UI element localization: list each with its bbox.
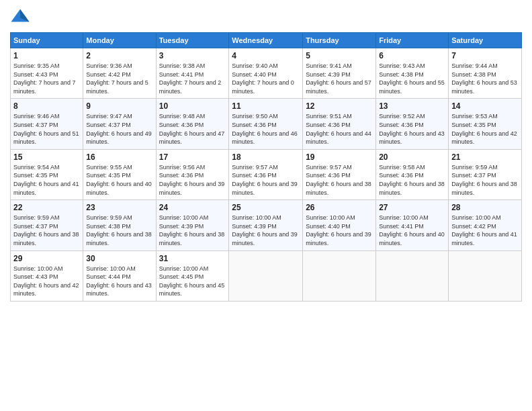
day-number: 24 xyxy=(159,203,226,212)
daylight-label: Daylight: 6 hours and 40 minutes. xyxy=(379,231,445,246)
week-row-2: 8 Sunrise: 9:46 AM Sunset: 4:37 PM Dayli… xyxy=(11,99,522,149)
day-info: Sunrise: 9:35 AM Sunset: 4:43 PM Dayligh… xyxy=(13,62,80,95)
day-number: 27 xyxy=(379,203,445,212)
daylight-label: Daylight: 6 hours and 43 minutes. xyxy=(86,282,152,298)
sunrise-label: Sunrise: 10:00 AM xyxy=(13,265,63,272)
calendar-cell: 6 Sunrise: 9:43 AM Sunset: 4:38 PM Dayli… xyxy=(376,48,449,99)
col-header-friday: Friday xyxy=(376,33,449,48)
calendar-cell xyxy=(376,250,449,301)
day-number: 8 xyxy=(13,101,80,111)
day-number: 2 xyxy=(86,51,152,60)
day-info: Sunrise: 10:00 AM Sunset: 4:40 PM Daylig… xyxy=(306,214,373,247)
sunset-label: Sunset: 4:40 PM xyxy=(232,71,277,78)
calendar-cell: 19 Sunrise: 9:57 AM Sunset: 4:36 PM Dayl… xyxy=(303,149,376,199)
calendar-cell: 22 Sunrise: 9:59 AM Sunset: 4:37 PM Dayl… xyxy=(11,200,83,250)
sunrise-label: Sunrise: 9:40 AM xyxy=(232,62,278,69)
sunset-label: Sunset: 4:36 PM xyxy=(379,122,424,128)
sunrise-label: Sunrise: 9:46 AM xyxy=(13,113,60,120)
sunrise-label: Sunrise: 9:38 AM xyxy=(159,62,206,69)
daylight-label: Daylight: 7 hours and 0 minutes. xyxy=(232,79,294,95)
day-number: 16 xyxy=(86,152,152,162)
day-info: Sunrise: 9:54 AM Sunset: 4:35 PM Dayligh… xyxy=(13,163,80,197)
daylight-label: Daylight: 6 hours and 39 minutes. xyxy=(232,181,298,196)
daylight-label: Daylight: 6 hours and 42 minutes. xyxy=(451,130,517,146)
daylight-label: Daylight: 6 hours and 40 minutes. xyxy=(86,181,152,196)
calendar-cell: 1 Sunrise: 9:35 AM Sunset: 4:43 PM Dayli… xyxy=(11,48,83,99)
daylight-label: Daylight: 6 hours and 47 minutes. xyxy=(159,130,225,146)
day-number: 14 xyxy=(451,101,519,111)
daylight-label: Daylight: 6 hours and 49 minutes. xyxy=(86,130,152,146)
day-number: 23 xyxy=(86,203,152,212)
day-number: 10 xyxy=(159,101,226,111)
day-info: Sunrise: 9:56 AM Sunset: 4:36 PM Dayligh… xyxy=(159,163,226,197)
sunrise-label: Sunrise: 9:35 AM xyxy=(13,62,60,69)
day-info: Sunrise: 9:51 AM Sunset: 4:36 PM Dayligh… xyxy=(306,112,373,146)
week-row-3: 15 Sunrise: 9:54 AM Sunset: 4:35 PM Dayl… xyxy=(11,149,522,199)
calendar-cell: 4 Sunrise: 9:40 AM Sunset: 4:40 PM Dayli… xyxy=(229,48,303,99)
sunset-label: Sunset: 4:36 PM xyxy=(232,172,277,179)
calendar-cell: 17 Sunrise: 9:56 AM Sunset: 4:36 PM Dayl… xyxy=(156,149,229,199)
sunset-label: Sunset: 4:36 PM xyxy=(379,172,424,179)
day-info: Sunrise: 9:41 AM Sunset: 4:39 PM Dayligh… xyxy=(306,62,373,95)
sunset-label: Sunset: 4:43 PM xyxy=(13,273,58,280)
sunrise-label: Sunrise: 9:58 AM xyxy=(379,164,425,171)
day-number: 13 xyxy=(379,101,445,111)
sunrise-label: Sunrise: 9:55 AM xyxy=(86,164,132,171)
calendar-cell: 21 Sunrise: 9:59 AM Sunset: 4:37 PM Dayl… xyxy=(449,149,522,199)
calendar-cell: 3 Sunrise: 9:38 AM Sunset: 4:41 PM Dayli… xyxy=(156,48,229,99)
calendar-cell: 8 Sunrise: 9:46 AM Sunset: 4:37 PM Dayli… xyxy=(11,99,83,149)
day-info: Sunrise: 10:00 AM Sunset: 4:42 PM Daylig… xyxy=(451,214,519,247)
day-number: 9 xyxy=(86,101,152,111)
sunset-label: Sunset: 4:41 PM xyxy=(379,223,424,230)
sunrise-label: Sunrise: 10:00 AM xyxy=(306,214,355,221)
sunrise-label: Sunrise: 9:36 AM xyxy=(86,62,132,69)
day-info: Sunrise: 9:59 AM Sunset: 4:37 PM Dayligh… xyxy=(451,163,519,197)
day-number: 17 xyxy=(159,152,226,162)
sunrise-label: Sunrise: 9:57 AM xyxy=(306,164,352,171)
sunrise-label: Sunrise: 10:00 AM xyxy=(159,265,209,272)
daylight-label: Daylight: 6 hours and 38 minutes. xyxy=(451,181,517,196)
calendar-cell: 31 Sunrise: 10:00 AM Sunset: 4:45 PM Day… xyxy=(156,250,229,301)
sunset-label: Sunset: 4:35 PM xyxy=(451,122,496,128)
sunset-label: Sunset: 4:39 PM xyxy=(306,71,351,78)
sunset-label: Sunset: 4:40 PM xyxy=(306,223,351,230)
day-number: 5 xyxy=(306,51,373,60)
daylight-label: Daylight: 6 hours and 38 minutes. xyxy=(13,231,79,246)
sunset-label: Sunset: 4:38 PM xyxy=(86,223,131,230)
sunset-label: Sunset: 4:37 PM xyxy=(13,223,58,230)
day-info: Sunrise: 9:57 AM Sunset: 4:36 PM Dayligh… xyxy=(306,163,373,197)
day-info: Sunrise: 9:52 AM Sunset: 4:36 PM Dayligh… xyxy=(379,112,445,146)
day-info: Sunrise: 10:00 AM Sunset: 4:39 PM Daylig… xyxy=(159,214,226,247)
sunrise-label: Sunrise: 10:00 AM xyxy=(451,214,501,221)
daylight-label: Daylight: 7 hours and 5 minutes. xyxy=(86,79,148,95)
calendar-cell: 15 Sunrise: 9:54 AM Sunset: 4:35 PM Dayl… xyxy=(11,149,83,199)
sunrise-label: Sunrise: 9:47 AM xyxy=(86,113,132,120)
col-header-tuesday: Tuesday xyxy=(156,33,229,48)
day-info: Sunrise: 9:36 AM Sunset: 4:42 PM Dayligh… xyxy=(86,62,152,95)
day-info: Sunrise: 9:59 AM Sunset: 4:38 PM Dayligh… xyxy=(86,214,152,247)
sunset-label: Sunset: 4:42 PM xyxy=(86,71,131,78)
daylight-label: Daylight: 6 hours and 51 minutes. xyxy=(13,130,79,146)
week-row-1: 1 Sunrise: 9:35 AM Sunset: 4:43 PM Dayli… xyxy=(11,48,522,99)
daylight-label: Daylight: 6 hours and 57 minutes. xyxy=(306,79,371,95)
day-number: 3 xyxy=(159,51,226,60)
day-info: Sunrise: 9:59 AM Sunset: 4:37 PM Dayligh… xyxy=(13,214,80,247)
daylight-label: Daylight: 6 hours and 39 minutes. xyxy=(232,231,298,246)
header-row: SundayMondayTuesdayWednesdayThursdayFrid… xyxy=(11,33,522,48)
col-header-sunday: Sunday xyxy=(11,33,83,48)
day-info: Sunrise: 9:40 AM Sunset: 4:40 PM Dayligh… xyxy=(232,62,300,95)
sunrise-label: Sunrise: 9:59 AM xyxy=(13,214,60,221)
day-number: 11 xyxy=(232,101,300,111)
day-info: Sunrise: 9:50 AM Sunset: 4:36 PM Dayligh… xyxy=(232,112,300,146)
calendar-cell xyxy=(449,250,522,301)
calendar-cell: 10 Sunrise: 9:48 AM Sunset: 4:36 PM Dayl… xyxy=(156,99,229,149)
calendar-page: SundayMondayTuesdayWednesdayThursdayFrid… xyxy=(0,0,532,411)
sunset-label: Sunset: 4:38 PM xyxy=(379,71,424,78)
daylight-label: Daylight: 7 hours and 7 minutes. xyxy=(13,79,76,95)
calendar-cell: 5 Sunrise: 9:41 AM Sunset: 4:39 PM Dayli… xyxy=(303,48,376,99)
day-number: 21 xyxy=(451,152,519,162)
day-info: Sunrise: 10:00 AM Sunset: 4:41 PM Daylig… xyxy=(379,214,445,247)
day-number: 22 xyxy=(13,203,80,212)
week-row-5: 29 Sunrise: 10:00 AM Sunset: 4:43 PM Day… xyxy=(11,250,522,301)
calendar-cell: 20 Sunrise: 9:58 AM Sunset: 4:36 PM Dayl… xyxy=(376,149,449,199)
